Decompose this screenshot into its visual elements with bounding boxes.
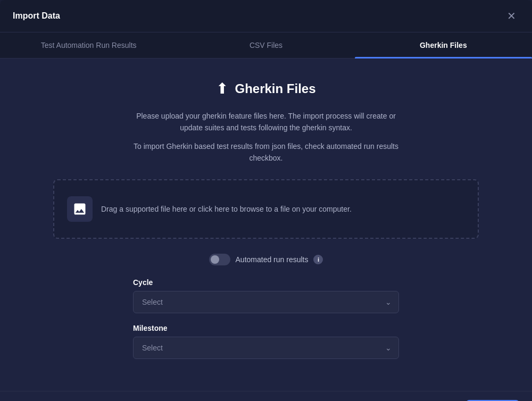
cycle-form-group: Cycle Select ⌄ — [133, 278, 399, 313]
close-button[interactable]: ✕ — [504, 10, 519, 22]
modal-title: Import Data — [13, 11, 60, 21]
dropzone[interactable]: Drag a supported file here or click here… — [53, 179, 479, 239]
info-icon[interactable]: i — [313, 255, 323, 264]
modal-body: ⬆ Gherkin Files Please upload your gherk… — [0, 59, 532, 391]
toggle-label: Automated run results — [236, 255, 309, 264]
dropzone-icon — [67, 196, 93, 222]
cycle-select-wrapper: Select ⌄ — [133, 291, 399, 313]
page-heading: ⬆ Gherkin Files — [216, 80, 315, 97]
upload-icon: ⬆ — [216, 80, 228, 97]
tab-automation[interactable]: Test Automation Run Results — [0, 32, 177, 58]
tab-csv[interactable]: CSV Files — [177, 32, 354, 58]
modal-footer: Import — [0, 391, 532, 401]
milestone-form-group: Milestone Select ⌄ — [133, 324, 399, 359]
page-title: Gherkin Files — [235, 81, 315, 96]
description-text-2: To import Gherkin based test results fro… — [128, 140, 404, 164]
description-text-1: Please upload your gherkin feature files… — [128, 110, 404, 134]
toggle-knob — [211, 255, 219, 264]
cycle-label: Cycle — [133, 278, 399, 287]
tab-gherkin[interactable]: Gherkin Files — [355, 32, 532, 58]
milestone-select[interactable]: Select — [133, 337, 399, 359]
dropzone-text: Drag a supported file here or click here… — [101, 205, 352, 213]
automated-run-toggle[interactable] — [209, 254, 230, 265]
form-section: Cycle Select ⌄ Milestone Select ⌄ — [133, 278, 399, 370]
description-block: Please upload your gherkin feature files… — [128, 110, 404, 171]
modal-header: Import Data ✕ — [0, 0, 532, 32]
milestone-select-wrapper: Select ⌄ — [133, 337, 399, 359]
image-icon — [72, 202, 87, 216]
cycle-select[interactable]: Select — [133, 291, 399, 313]
tab-bar: Test Automation Run Results CSV Files Gh… — [0, 32, 532, 59]
import-data-modal: Import Data ✕ Test Automation Run Result… — [0, 0, 532, 401]
milestone-label: Milestone — [133, 324, 399, 332]
toggle-row: Automated run results i — [209, 254, 323, 265]
